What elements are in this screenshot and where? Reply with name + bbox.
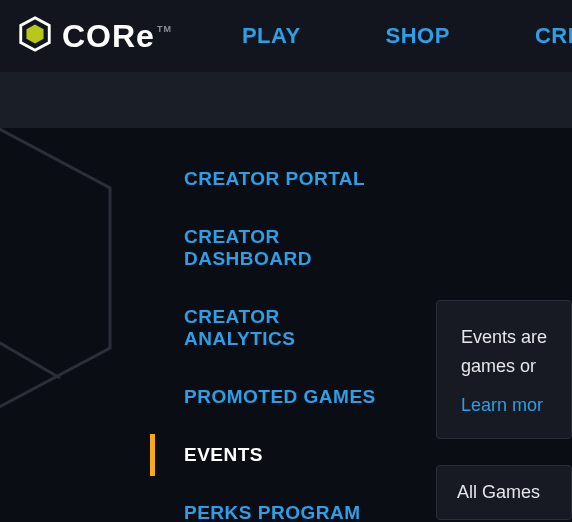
events-info-text: Events are games or: [461, 323, 547, 381]
app-header: CORe TM PLAY SHOP CREATE: [0, 0, 572, 72]
background-decoration: [0, 128, 160, 522]
sidebar-item-perks-program[interactable]: PERKS PROGRAM: [150, 484, 430, 522]
nav-play[interactable]: PLAY: [242, 23, 301, 49]
logo[interactable]: CORe TM: [16, 15, 172, 57]
dropdown-value: All Games: [457, 482, 540, 502]
sidebar-item-label: CREATOR PORTAL: [184, 168, 365, 189]
sidebar-item-creator-dashboard[interactable]: CREATOR DASHBOARD: [150, 208, 430, 288]
games-filter-dropdown[interactable]: All Games: [436, 465, 572, 520]
events-info-box: Events are games or Learn mor: [436, 300, 572, 439]
sidebar-item-promoted-games[interactable]: PROMOTED GAMES: [150, 368, 430, 426]
sidebar-item-events[interactable]: EVENTS: [150, 426, 430, 484]
sidebar-item-creator-analytics[interactable]: CREATOR ANALYTICS: [150, 288, 430, 368]
logo-text: CORe TM: [62, 18, 172, 55]
top-nav: PLAY SHOP CREATE: [242, 23, 572, 49]
sidebar-item-creator-portal[interactable]: CREATOR PORTAL: [150, 128, 430, 208]
sidebar-item-label: EVENTS: [184, 444, 263, 465]
sidebar-item-label: PERKS PROGRAM: [184, 502, 360, 522]
sidebar-item-label: CREATOR DASHBOARD: [184, 226, 312, 269]
logo-icon: [16, 15, 54, 57]
creator-sidebar: CREATOR PORTAL CREATOR DASHBOARD CREATOR…: [150, 128, 430, 522]
learn-more-link[interactable]: Learn mor: [461, 395, 547, 416]
sidebar-item-label: PROMOTED GAMES: [184, 386, 376, 407]
svg-marker-1: [26, 25, 43, 44]
nav-create[interactable]: CREATE: [535, 23, 572, 49]
subheader-bar: [0, 72, 572, 128]
nav-shop[interactable]: SHOP: [386, 23, 450, 49]
main-content: Events are games or Learn mor All Games: [436, 300, 572, 520]
sidebar-item-label: CREATOR ANALYTICS: [184, 306, 295, 349]
